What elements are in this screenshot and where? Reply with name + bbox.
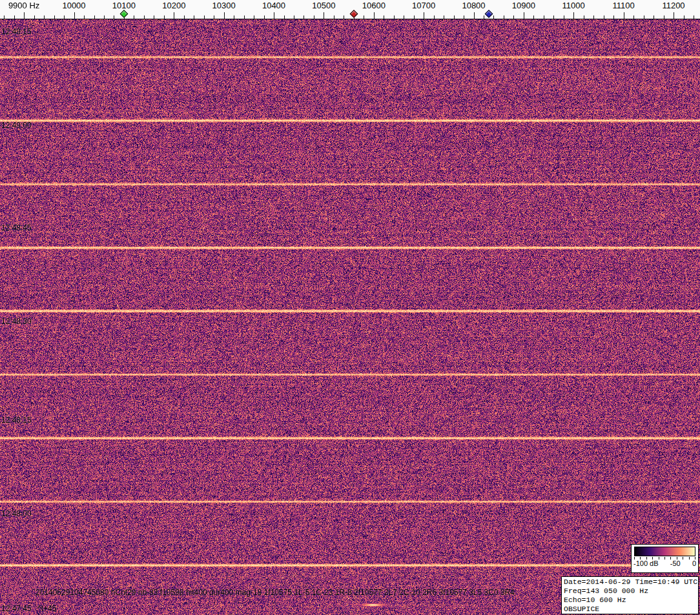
ruler-tick xyxy=(174,12,174,19)
db-min-label: -100 dB xyxy=(633,560,659,568)
green-diamond-marker-icon[interactable] xyxy=(120,10,129,18)
ruler-tick xyxy=(294,15,294,19)
db-scale-labels: -100 dB -50 0 xyxy=(632,560,698,568)
time-label: 12:49:00 xyxy=(1,121,32,130)
time-axis-note: ^t+45 xyxy=(37,604,56,613)
ruler-tick xyxy=(94,15,95,19)
frequency-tick-label: 10600 xyxy=(362,1,386,10)
ruler-tick xyxy=(604,15,604,19)
ruler-tick xyxy=(493,15,494,19)
db-mid-label: -50 xyxy=(670,560,681,568)
ruler-tick xyxy=(84,15,85,19)
ruler-tick xyxy=(374,12,375,19)
ruler-tick xyxy=(204,15,205,19)
frequency-tick-label: 10300 xyxy=(212,1,236,10)
ruler-tick xyxy=(454,15,455,19)
ruler-tick xyxy=(674,12,674,19)
ruler-tick xyxy=(464,15,464,19)
db-gradient-bar xyxy=(634,547,695,556)
ruler-tick xyxy=(254,15,254,19)
detection-stats-line: 20140629104745080 hCnt29 nb-83 f10598 hi… xyxy=(36,588,515,597)
frequency-tick-label: 11100 xyxy=(612,1,634,10)
ruler-tick xyxy=(424,12,424,19)
ruler-tick xyxy=(593,15,594,19)
ruler-tick xyxy=(644,15,644,19)
frequency-tick-label: 10100 xyxy=(112,1,136,10)
ruler-tick xyxy=(694,15,694,19)
frequency-tick-label: 11200 xyxy=(662,1,685,10)
frequency-tick-label: 10800 xyxy=(462,1,485,10)
ruler-tick xyxy=(64,15,65,19)
ruler-tick xyxy=(194,15,194,19)
ruler-tick xyxy=(114,15,114,19)
ruler-tick xyxy=(533,15,534,19)
ruler-tick xyxy=(34,15,35,19)
frequency-tick-label: 10200 xyxy=(162,1,185,10)
ruler-tick xyxy=(184,15,185,19)
meteor-spectrogram-app: 9900 Hz100001010010200103001040010500106… xyxy=(0,0,700,615)
ruler-tick xyxy=(474,12,475,19)
ruler-tick xyxy=(234,15,234,19)
ruler-tick xyxy=(613,15,614,19)
spectrogram-canvas[interactable] xyxy=(0,19,700,615)
observatory-name-line: OBSUPICE xyxy=(564,605,696,614)
ruler-tick xyxy=(104,15,105,19)
ruler-tick xyxy=(564,15,564,19)
ruler-tick xyxy=(144,15,145,19)
ruler-tick xyxy=(553,15,554,19)
frequency-tick-label: 10400 xyxy=(262,1,285,10)
ruler-tick xyxy=(544,15,544,19)
frequency-tick-label: 10900 xyxy=(512,1,535,10)
ruler-tick xyxy=(154,15,154,19)
frequency-tick-label: 11000 xyxy=(562,1,585,10)
blue-diamond-marker-icon[interactable] xyxy=(484,10,493,18)
ruler-tick xyxy=(513,15,514,19)
frequency-tick-label: 10500 xyxy=(312,1,335,10)
time-label: 12:48:30 xyxy=(1,317,32,326)
time-label: 12:48:15 xyxy=(1,416,32,425)
frequency-tick-label: 10000 xyxy=(62,1,85,10)
ruler-tick xyxy=(324,12,324,19)
ruler-tick xyxy=(244,15,245,19)
observation-info-panel: Date=2014-06-29 Time=10:49 UTC Freq=143 … xyxy=(561,576,699,614)
ruler-tick xyxy=(334,15,335,19)
ruler-tick xyxy=(384,15,384,19)
ruler-tick xyxy=(444,15,444,19)
radar-frequency-line: Freq=143 050 000 Hz xyxy=(564,587,696,596)
ruler-tick xyxy=(404,15,404,19)
red-diamond-marker-icon[interactable] xyxy=(349,10,358,18)
frequency-tick-label: 10700 xyxy=(412,1,435,10)
ruler-tick xyxy=(284,15,285,19)
time-label: 12:49:15 xyxy=(1,27,32,36)
ruler-tick xyxy=(44,15,45,19)
ruler-tick xyxy=(504,15,504,19)
echo-frequency-line: Echo=10 600 Hz xyxy=(564,596,696,605)
ruler-tick xyxy=(264,15,265,19)
time-label: 12:48:00 xyxy=(1,509,32,518)
ruler-tick xyxy=(633,15,634,19)
ruler-tick xyxy=(4,15,5,19)
ruler-tick xyxy=(584,15,584,19)
ruler-tick xyxy=(654,15,654,19)
time-label: 12:48:45 xyxy=(1,223,32,232)
ruler-tick xyxy=(74,12,75,19)
ruler-tick xyxy=(14,15,15,19)
ruler-tick xyxy=(434,15,435,19)
ruler-tick xyxy=(344,15,344,19)
frequency-ruler[interactable]: 9900 Hz100001010010200103001040010500106… xyxy=(0,0,700,19)
date-time-line: Date=2014-06-29 Time=10:49 UTC xyxy=(564,578,696,587)
ruler-tick xyxy=(524,12,524,19)
ruler-tick xyxy=(224,12,225,19)
time-label: 12:47:45 xyxy=(1,604,32,613)
ruler-tick xyxy=(164,15,165,19)
ruler-tick xyxy=(484,15,484,19)
db-scale-legend: -100 dB -50 0 xyxy=(631,544,699,573)
ruler-tick xyxy=(624,12,624,19)
spectrogram-area: 12:49:1512:49:0012:48:4512:48:3012:48:15… xyxy=(0,19,700,615)
frequency-tick-label: 9900 Hz xyxy=(8,1,39,10)
ruler-tick xyxy=(573,12,574,19)
ruler-tick xyxy=(364,15,364,19)
ruler-tick xyxy=(274,12,274,19)
ruler-tick xyxy=(664,15,664,19)
ruler-tick xyxy=(394,15,395,19)
